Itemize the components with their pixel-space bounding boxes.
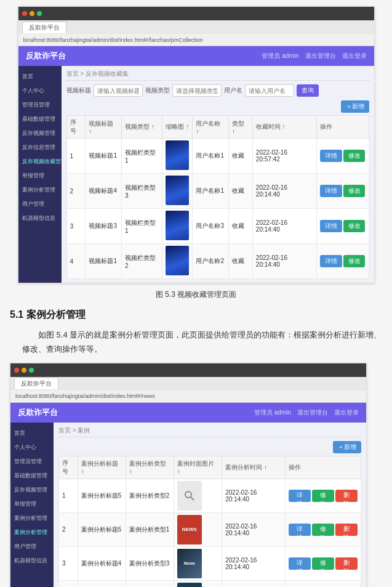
browser-tab2[interactable]: 反欺诈平台 [14,378,58,389]
cell2-id: 3 [59,546,78,580]
browser-titlebar2 [10,363,366,377]
search-button[interactable]: 查询 [297,84,319,97]
cell-type: 视频栏类型3 [122,174,162,209]
sidebar-item-home[interactable]: 首页 [18,70,62,84]
sidebar2-item-case-active[interactable]: 案例分析管理 [10,525,54,540]
sidebar2-item-video[interactable]: 反诈视频管理 [10,483,54,497]
cell2-type: 案例分析类型3 [126,580,174,587]
edit-btn2[interactable]: 修改 [312,557,334,570]
section-number: 5.1 [10,309,23,320]
sidebar-item-video[interactable]: 反诈视频管理 [18,126,62,140]
header-actions: 管理员 admin 退出管理台 退出登录 [262,52,366,60]
svg-line-1 [191,497,194,500]
detail-btn2[interactable]: 详情 [289,524,311,536]
sidebar2-item-personal[interactable]: 个人中心 [10,440,54,455]
minimize-icon [22,368,26,373]
cell2-time: 2022-02-16 20:14:40 [222,512,286,546]
sidebar-item-case[interactable]: 案例分析管理 [18,183,62,197]
detail-button[interactable]: 详情 [320,255,342,267]
table-row2: 4 案例分析标题3 案例分析类型3 BBCWORLDNEWS 2022-02-1… [59,580,361,587]
sidebar2: 首页 个人中心 管理员管理 基础数据管理 反诈视频管理 举报管理 案例分析管理 … [10,423,54,587]
table-row: 3 视频标题3 视频栏类型1 用户名称3 收藏 2022-02-16 20:14… [66,209,369,244]
col2-thumb: 案例封面图片 ↑ [174,456,222,479]
cell-category: 收藏 [229,209,253,244]
col-time: 收藏时间 ↑ [252,116,316,139]
sidebar-item-basic[interactable]: 基础数据管理 [18,112,62,126]
edit-button[interactable]: 修改 [343,255,366,267]
detail-btn2[interactable]: 详情 [289,557,311,570]
sidebar2-item-case[interactable]: 案例分析管理 [10,511,54,525]
sidebar2-item-basic[interactable]: 基础数据管理 [10,469,54,483]
col-thumb: 缩略图 ↑ [162,116,193,139]
sidebar-item-report[interactable]: 举报管理 [18,169,62,183]
detail-button[interactable]: 详情 [320,220,342,232]
detail-button[interactable]: 详情 [320,185,342,197]
cell-actions: 详情 修改 [316,209,369,244]
browser-tab[interactable]: 反欺诈平台 [22,22,66,33]
edit-button[interactable]: 修改 [343,150,366,162]
sidebar-item-personal[interactable]: 个人中心 [18,84,62,98]
app-layout: 首页 个人中心 管理员管理 基础数据管理 反诈视频管理 反诈信息管理 反诈视频收… [18,66,374,283]
maximize-icon [29,368,34,373]
data-table2: 序号 案例分析标题 ↑ 案例分析类型 ↑ 案例封面图片 ↑ 案例分析时间 ↑ 操… [58,456,361,587]
logout-btn2[interactable]: 退出登录 [334,408,359,417]
delete-btn2[interactable]: 删除 [335,524,358,536]
close-icon [14,368,19,373]
sidebar-item-model[interactable]: 机器模型信息 [18,211,62,225]
sidebar2-item-user[interactable]: 用户管理 [10,540,54,554]
cell-user: 用户名称1 [193,139,229,174]
cell2-thumb [174,479,222,512]
add-button2[interactable]: ＋新增 [333,441,361,453]
exit-admin-btn2[interactable]: 退出管理台 [297,408,328,417]
app-window: 反欺诈平台 管理员 admin 退出管理台 退出登录 首页 个人中心 管理员管理… [18,46,374,283]
cell-category: 收藏 [229,174,253,209]
logout-btn[interactable]: 退出登录 [342,52,367,60]
thumbnail-search [177,481,202,511]
sidebar2-item-admin[interactable]: 管理员管理 [10,455,54,469]
edit-button[interactable]: 修改 [343,185,366,197]
cell-user: 用户名称3 [193,209,229,244]
col-type: 视频类型 ↑ [122,116,162,139]
cell-time: 2022-02-16 20:14:40 [252,244,316,279]
cell2-title: 案例分析标题4 [78,546,126,580]
breadcrumb: 首页 > 反诈视频收藏集 [66,70,369,81]
sidebar2-item-home[interactable]: 首页 [10,426,54,440]
cell2-type: 案例分析类型2 [126,479,174,512]
cell2-title: 案例分析标题5 [78,512,126,546]
video-title-input[interactable] [94,84,143,97]
thumbnail-worldnews: BBCWORLDNEWS [177,583,202,587]
search-bar: 视频标题 视频类型 用户名 查询 [66,84,369,97]
detail-btn2[interactable]: 详情 [289,490,311,502]
sidebar-item-info[interactable]: 反诈信息管理 [18,140,62,155]
sidebar-item-user[interactable]: 用户管理 [18,197,62,211]
video-type-input[interactable] [172,84,222,97]
cell-user: 用户名称1 [193,174,229,209]
exit-admin-btn[interactable]: 退出管理台 [305,52,336,60]
sidebar2-item-report[interactable]: 举报管理 [10,497,54,511]
sidebar2-item-model[interactable]: 机器模型信息 [10,554,54,568]
main-content: 首页 > 反诈视频收藏集 视频标题 视频类型 用户名 查询 ＋新增 [62,66,374,283]
maximize-icon [37,11,42,16]
cell2-id: 1 [59,479,78,512]
thumbnail-newsphoto: News [177,549,202,578]
edit-btn2[interactable]: 修改 [312,524,334,536]
caption1: 图 5.3 视频收藏管理页面 [0,289,392,300]
cell2-id: 4 [59,580,78,587]
action-buttons2: 详情 修改 删除 [289,557,358,570]
add-button[interactable]: ＋新增 [341,100,369,113]
edit-btn2[interactable]: 修改 [312,490,334,502]
edit-button[interactable]: 修改 [343,220,366,232]
admin-label: 管理员 admin [262,52,298,60]
col-user: 用户名称 ↑ [193,116,229,139]
address-bar[interactable]: localhost:8080/fanzhajingtai/admin/dist/… [18,34,374,46]
address-bar2[interactable]: localhost:8080/fanzhajingtai/admin/dist/… [10,391,366,403]
col2-id: 序号 [59,456,78,479]
delete-btn2[interactable]: 删除 [335,490,358,502]
username-input[interactable] [245,84,294,97]
detail-button[interactable]: 详情 [320,150,342,162]
close-icon [22,11,27,16]
sidebar-item-admin[interactable]: 管理员管理 [18,98,62,112]
cell-type: 视频栏类型2 [122,244,162,279]
sidebar-item-collection[interactable]: 反诈视频收藏管理 [18,155,62,169]
delete-btn2[interactable]: 删除 [335,557,358,570]
